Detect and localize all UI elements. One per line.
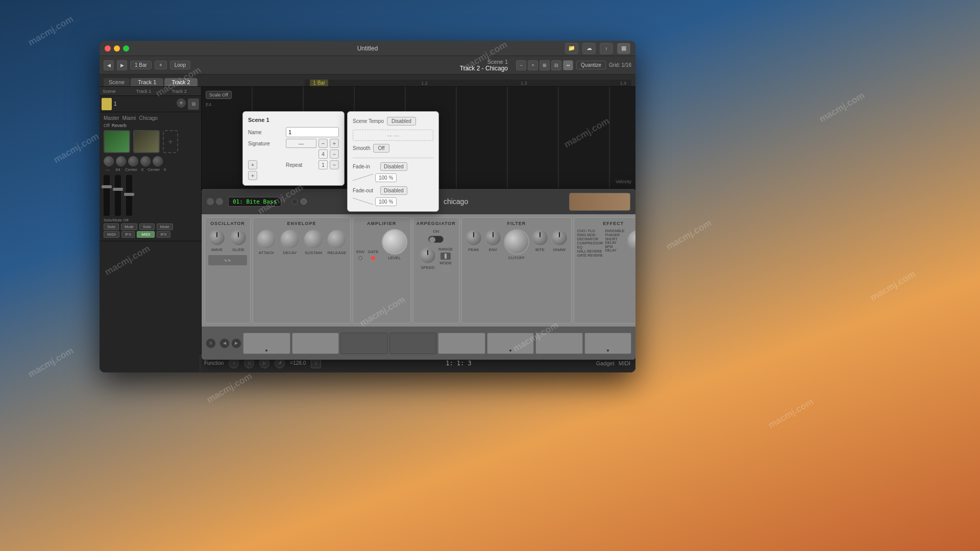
sig-bottom-minus[interactable]: − xyxy=(330,149,339,159)
release-label: RELEASE xyxy=(328,251,347,255)
scene-tab[interactable]: Scene xyxy=(104,78,130,86)
name-input[interactable] xyxy=(286,127,339,137)
arp-toggle[interactable] xyxy=(428,236,444,243)
loop-button[interactable]: Loop xyxy=(170,61,190,69)
chicago-fader[interactable] xyxy=(126,175,132,216)
seq-pad-6[interactable] xyxy=(487,333,534,354)
sig-minus[interactable]: − xyxy=(318,139,328,148)
maximize-button[interactable] xyxy=(123,45,129,52)
smooth-off-btn[interactable]: Off xyxy=(373,144,389,153)
sig-plus[interactable]: + xyxy=(330,139,339,148)
solo-mute-label: Solo/Mute Off xyxy=(104,218,129,222)
cutoff-knob[interactable] xyxy=(504,229,529,255)
track2-tab[interactable]: Track 2 xyxy=(164,78,197,86)
filter-env-knob[interactable] xyxy=(484,229,502,246)
folder-icon[interactable]: 📁 xyxy=(565,43,578,54)
view-btn-5[interactable]: ▪▪ xyxy=(563,60,573,70)
share-icon[interactable]: ↑ xyxy=(600,43,613,54)
midi-tab[interactable]: MIDI xyxy=(619,360,630,366)
repeat-minus[interactable]: − xyxy=(330,160,339,169)
tempo-disabled-btn[interactable]: Disabled xyxy=(387,117,416,126)
view-btn-4[interactable]: ⊟ xyxy=(551,60,561,70)
seq-left-btn[interactable]: ◀ xyxy=(219,338,230,348)
view-btn-1[interactable]: − xyxy=(516,60,526,70)
synth-nav-prev[interactable] xyxy=(207,198,214,205)
bar-selector[interactable]: 1 Bar xyxy=(130,61,152,69)
mode-btn-up[interactable] xyxy=(442,266,450,268)
seq-right-btn[interactable]: ▶ xyxy=(231,338,241,348)
scene-col-label: Scene xyxy=(103,89,116,94)
close-button[interactable] xyxy=(105,45,111,52)
ifx-btn-2[interactable]: IFX xyxy=(157,231,170,238)
bar-marker-13: 1.3 xyxy=(428,81,527,86)
seq-pad-4[interactable] xyxy=(389,333,437,354)
fade-out-disabled-btn[interactable]: Disabled xyxy=(380,186,407,195)
master-fader[interactable] xyxy=(104,175,110,216)
miami-pan-knob[interactable] xyxy=(128,156,138,166)
amp-level-knob[interactable] xyxy=(382,229,407,255)
master-fader-thumb[interactable] xyxy=(102,185,112,188)
midi-btn-2[interactable]: MIDI xyxy=(137,231,155,238)
minimize-button[interactable] xyxy=(114,45,120,52)
chicago-fader-thumb[interactable] xyxy=(124,193,134,196)
cloud-icon[interactable]: ☁ xyxy=(582,43,596,54)
gnaw-knob[interactable] xyxy=(551,229,568,246)
seq-pad-2[interactable] xyxy=(292,333,339,354)
ifx-btn-1[interactable]: IFX xyxy=(121,231,135,238)
master-knob-1[interactable] xyxy=(104,156,114,166)
synth-dot-2[interactable] xyxy=(301,198,307,205)
synth-nav-next[interactable] xyxy=(216,198,223,205)
mute-btn-1[interactable]: Mute xyxy=(121,223,137,230)
wave-knob[interactable] xyxy=(208,229,226,246)
seq-pad-1[interactable] xyxy=(243,333,290,354)
pan-val-2: 0 xyxy=(163,167,167,172)
sig-bottom-plus[interactable]: + xyxy=(248,160,257,169)
synth-display[interactable]: 01: Bite Bass xyxy=(228,197,281,207)
seq-pad-7[interactable] xyxy=(535,333,583,354)
mute-btn-2[interactable]: Mute xyxy=(157,223,173,230)
filter-peak-knob[interactable] xyxy=(465,229,482,246)
solo-btn-1[interactable]: Solo xyxy=(104,223,119,230)
fade-in-disabled-btn[interactable]: Disabled xyxy=(380,162,407,171)
chicago-pan-knob[interactable] xyxy=(140,156,151,166)
seq-pad-5[interactable] xyxy=(438,333,485,354)
nav-back-button[interactable]: ◀ xyxy=(104,60,114,70)
gadget-tab[interactable]: Gadget xyxy=(596,360,615,366)
midi-btn-1[interactable]: MIDI xyxy=(104,231,119,238)
glide-knob[interactable] xyxy=(230,229,247,246)
empty-knob[interactable] xyxy=(153,156,163,166)
wave-indicator: ∿∿ xyxy=(208,255,247,265)
seq-pad-3[interactable] xyxy=(340,333,388,354)
attack-knob[interactable] xyxy=(256,229,277,249)
repeat-plus[interactable]: + xyxy=(248,171,257,180)
synth-dot-1[interactable] xyxy=(291,198,298,205)
view-btn-3[interactable]: ⊞ xyxy=(540,60,550,70)
chicago-thumb[interactable] xyxy=(133,130,160,153)
sustain-knob[interactable] xyxy=(303,229,324,249)
filter-peak-container: PEAK xyxy=(465,229,482,260)
track1-tab[interactable]: Track 1 xyxy=(131,78,163,86)
quantize-button[interactable]: Quantize xyxy=(576,61,606,69)
miami-thumb[interactable] xyxy=(104,130,130,153)
speed-knob[interactable] xyxy=(419,247,436,264)
mode-btn-down[interactable] xyxy=(442,269,450,271)
grid-icon[interactable]: ▦ xyxy=(617,43,630,54)
add-channel-placeholder[interactable]: + xyxy=(163,130,178,153)
scene-thumb-button[interactable]: ⧉ xyxy=(188,98,199,110)
add-scene-button[interactable]: + xyxy=(177,98,186,108)
effect-level-knob[interactable] xyxy=(627,229,635,252)
miami-fader-thumb[interactable] xyxy=(113,188,123,191)
add-bar-button[interactable]: + xyxy=(155,61,167,69)
nav-forward-button[interactable]: ▶ xyxy=(117,60,127,70)
master-knob-2[interactable] xyxy=(116,156,126,166)
view-btn-2[interactable]: + xyxy=(528,60,538,70)
scene-color-indicator[interactable] xyxy=(102,98,112,110)
miami-fader[interactable] xyxy=(115,175,121,216)
range-control[interactable] xyxy=(440,253,451,260)
release-knob[interactable] xyxy=(327,229,347,249)
solo-btn-2[interactable]: Solo xyxy=(139,223,155,230)
scale-btn[interactable]: S xyxy=(206,338,216,348)
seq-pad-8[interactable] xyxy=(584,333,632,354)
decay-knob[interactable] xyxy=(280,229,300,249)
bite-knob[interactable] xyxy=(531,229,549,246)
